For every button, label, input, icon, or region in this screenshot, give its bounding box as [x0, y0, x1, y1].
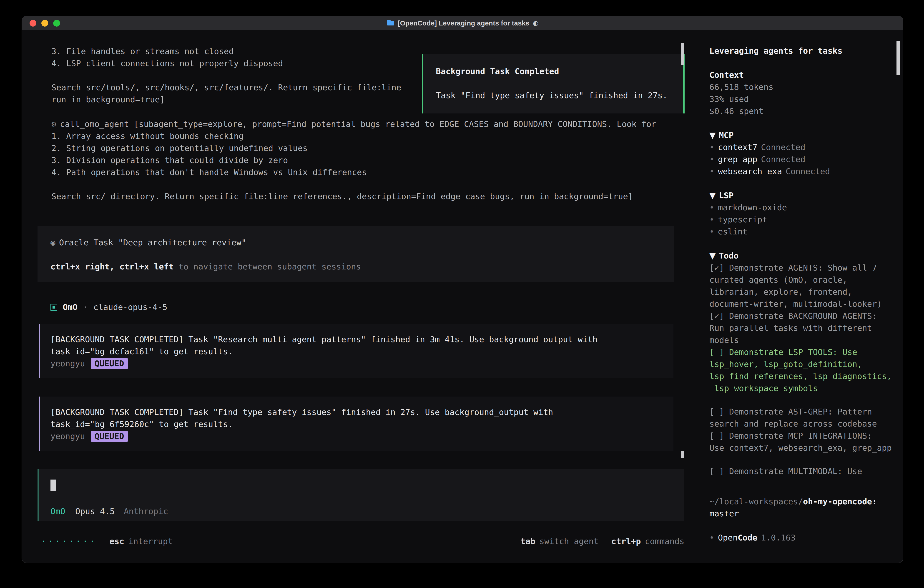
message-author: yeongyu	[51, 431, 85, 441]
input-provider-name: Anthropic	[124, 505, 168, 517]
workspace-path: ~/local-workspaces/oh-my-opencode: maste…	[710, 496, 893, 520]
mcp-item: •grep_appConnected	[710, 153, 893, 165]
zoom-window-button[interactable]	[53, 20, 60, 26]
mcp-name: websearch_exa	[718, 167, 782, 176]
lsp-name: typescript	[718, 215, 767, 224]
lsp-section-heading[interactable]: ▼LSP	[710, 189, 893, 202]
mcp-heading-label: MCP	[719, 130, 734, 140]
message-meta: yeongyuQUEUED	[51, 357, 667, 370]
input-meta-row: OmO Opus 4.5 Anthropic	[51, 505, 168, 517]
queued-badge: QUEUED	[91, 431, 128, 442]
esc-key: esc	[109, 537, 124, 546]
context-spent: $0.46 spent	[710, 105, 893, 117]
main-scrollbar-thumb[interactable]	[681, 43, 684, 65]
agent-icon	[51, 304, 57, 311]
todo-item: [✓] Demonstrate AGENTS: Show all 7 curat…	[710, 262, 893, 310]
background-task-toast[interactable]: Background Task Completed Task "Find typ…	[422, 54, 685, 114]
message-line: task_id="bg_6f59260c" to get results.	[51, 418, 667, 430]
window-title: [OpenCode] Leveraging agents for tasks ◐	[386, 19, 539, 27]
window-titlebar[interactable]: [OpenCode] Leveraging agents for tasks ◐	[22, 16, 903, 30]
tab-key: tab	[520, 537, 535, 546]
bullet-icon: •	[710, 215, 714, 224]
message-line: task_id="bg_dcfac161" to get results.	[51, 345, 667, 357]
workspace-branch: master	[710, 509, 739, 518]
tab-label: switch agent	[539, 537, 599, 546]
mcp-item: •context7Connected	[710, 141, 893, 153]
oracle-task-panel[interactable]: ◉Oracle Task "Deep architecture review" …	[38, 226, 674, 282]
mcp-status: Connected	[785, 167, 830, 176]
tool-call-block: ⚙call_omo_agent [subagent_type=explore, …	[51, 118, 656, 202]
lsp-item: •markdown-oxide	[710, 202, 893, 213]
todo-item: [✓] Demonstrate BACKGROUND AGENTS: Run p…	[710, 310, 893, 346]
record-indicator-icon: ◐	[533, 20, 538, 26]
bullet-icon: •	[710, 203, 714, 212]
minimize-window-button[interactable]	[41, 20, 48, 26]
close-window-button[interactable]	[30, 20, 36, 26]
status-bar: ········ escinterrupt tabswitch agent ct…	[41, 535, 684, 547]
chat-main-pane: 3. File handles or streams not closed 4.…	[22, 30, 688, 563]
switch-agent-hint: tabswitch agent	[520, 535, 599, 547]
bullet-icon: •	[710, 142, 714, 152]
gear-icon: ⚙	[51, 119, 56, 129]
chevron-down-icon: ▼	[710, 130, 716, 140]
tool-call-header-text: call_omo_agent [subagent_type=explore, p…	[60, 119, 657, 129]
brand-name-regular: Open	[718, 533, 738, 542]
mcp-name: context7	[718, 142, 757, 152]
tool-call-footer: Search src/ directory. Return specific f…	[51, 190, 656, 202]
brand-name-bold: Code	[738, 533, 757, 542]
input-model-name: Opus 4.5	[75, 505, 115, 517]
tool-call-line: 2. String operations on potentially unde…	[51, 142, 656, 154]
chevron-down-icon: ▼	[710, 191, 716, 200]
commands-hint: ctrl+pcommands	[611, 535, 684, 547]
text-cursor	[51, 479, 56, 491]
version-number: 1.0.163	[761, 533, 795, 542]
hint-text: to navigate between subagent sessions	[174, 262, 361, 271]
esc-label: interrupt	[128, 537, 173, 546]
message-block[interactable]: [BACKGROUND TASK COMPLETED] Task "Find t…	[39, 396, 673, 451]
main-scrollbar-thumb[interactable]	[681, 451, 684, 458]
todo-section-heading[interactable]: ▼Todo	[710, 249, 893, 262]
window-title-text: [OpenCode] Leveraging agents for tasks	[398, 20, 529, 26]
terminal-window: [OpenCode] Leveraging agents for tasks ◐…	[21, 16, 903, 563]
context-tokens: 66,518 tokens	[710, 81, 893, 93]
ctrlp-label: commands	[645, 537, 684, 546]
tool-call-line: 4. Path operations that don't handle Win…	[51, 166, 656, 178]
spinner-dots-icon: ········	[41, 535, 97, 547]
agent-name: OmO	[63, 301, 78, 313]
tool-call-line: 3. Division operations that could divide…	[51, 154, 656, 166]
input-agent-name: OmO	[51, 505, 65, 517]
todo-item: [ ] Demonstrate MCP INTEGRATIONS: Use co…	[710, 430, 893, 454]
toast-title: Background Task Completed	[436, 65, 676, 77]
fisheye-icon: ◉	[51, 238, 56, 247]
bullet-icon: •	[710, 167, 714, 176]
message-block[interactable]: [BACKGROUND TASK COMPLETED] Task "Resear…	[39, 324, 673, 378]
session-title: Leveraging agents for tasks	[710, 45, 893, 57]
traffic-lights	[30, 20, 60, 26]
lsp-item: •typescript	[710, 213, 893, 226]
mcp-status: Connected	[761, 142, 805, 152]
prompt-input[interactable]: OmO Opus 4.5 Anthropic	[38, 469, 684, 521]
sidebar-scrollbar-thumb[interactable]	[896, 41, 900, 75]
chevron-down-icon: ▼	[710, 251, 716, 260]
lsp-item: •eslint	[710, 226, 893, 238]
queued-badge: QUEUED	[91, 358, 128, 369]
todo-item: [ ] Demonstrate AST-GREP: Pattern search…	[710, 406, 893, 430]
workspace-repo: oh-my-opencode:	[803, 497, 877, 506]
bullet-icon: •	[710, 155, 714, 164]
subagent-nav-hint: ctrl+x right, ctrl+x left to navigate be…	[51, 261, 667, 273]
mcp-section-heading[interactable]: ▼MCP	[710, 129, 893, 141]
hint-keys: ctrl+x right, ctrl+x left	[51, 262, 174, 271]
tool-call-header: ⚙call_omo_agent [subagent_type=explore, …	[51, 118, 656, 130]
tool-call-line: 1. Array access without bounds checking	[51, 130, 656, 142]
agent-model: claude-opus-4-5	[94, 301, 167, 313]
app-version: •OpenCode1.0.163	[710, 532, 893, 543]
bullet-icon: •	[710, 227, 714, 236]
interrupt-hint: escinterrupt	[109, 535, 173, 547]
todo-item: [ ] Demonstrate LSP TOOLS: Use lsp_hover…	[710, 346, 893, 394]
mcp-status: Connected	[761, 155, 805, 164]
scrollback-line: 4. LSP client connections not properly d…	[51, 57, 401, 69]
message-meta: yeongyuQUEUED	[51, 430, 667, 442]
mcp-item: •websearch_exaConnected	[710, 165, 893, 177]
dot-separator: ·	[83, 301, 88, 313]
mcp-name: grep_app	[718, 155, 757, 164]
